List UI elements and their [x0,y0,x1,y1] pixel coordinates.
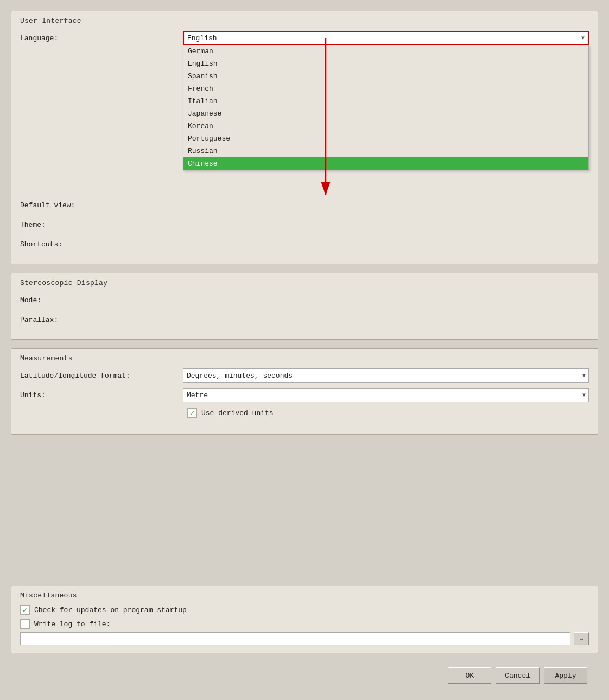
browse-button[interactable]: ⋯ [574,632,589,645]
derived-units-checkbox[interactable]: ✓ [187,408,197,418]
language-control: English ▼ German English Spanish French … [183,31,589,45]
language-option-chinese[interactable]: Chinese [183,157,588,170]
user-interface-section: User Interface Language: English ▼ Germa… [11,11,598,264]
derived-units-row: ✓ Use derived units [20,407,589,422]
write-log-checkbox[interactable] [20,619,30,629]
language-option-korean[interactable]: Korean [183,120,588,132]
language-label: Language: [20,34,183,42]
stereoscopic-section: Stereoscopic Display Mode: Parallax: [11,273,598,340]
language-dropdown-wrapper[interactable]: English ▼ German English Spanish French … [183,31,589,45]
theme-label: Theme: [20,221,183,229]
check-updates-label: Check for updates on program startup [34,606,187,614]
language-option-spanish[interactable]: Spanish [183,70,588,82]
write-log-label: Write log to file: [34,620,110,628]
parallax-row: Parallax: [20,312,589,327]
apply-button[interactable]: Apply [544,667,587,684]
lat-lon-dropdown[interactable]: Degrees, minutes, seconds [183,368,589,383]
language-option-japanese[interactable]: Japanese [183,107,588,120]
measurements-section: Measurements Latitude/longitude format: … [11,348,598,435]
ok-button[interactable]: OK [448,667,491,684]
shortcuts-label: Shortcuts: [20,240,183,249]
language-dropdown-arrow: ▼ [581,35,585,41]
log-file-input[interactable] [20,632,570,645]
lat-lon-row: Latitude/longitude format: Degrees, minu… [20,368,589,383]
lat-lon-control: Degrees, minutes, seconds ▼ [183,368,589,383]
theme-row: Theme: [20,217,589,232]
cancel-button[interactable]: Cancel [496,667,540,684]
bottom-bar: OK Cancel Apply [11,662,598,689]
units-label: Units: [20,391,183,399]
stereoscopic-title: Stereoscopic Display [20,279,589,287]
user-interface-title: User Interface [20,17,589,25]
lat-lon-label: Latitude/longitude format: [20,372,183,380]
miscellaneous-title: Miscellaneous [20,591,589,600]
language-selected-display[interactable]: English ▼ [183,31,589,45]
miscellaneous-section: Miscellaneous ✓ Check for updates on pro… [11,586,598,653]
log-file-path-row: ⋯ [20,632,589,645]
mode-row: Mode: [20,292,589,308]
units-control: Metre ▼ [183,388,589,402]
language-option-french[interactable]: French [183,82,588,95]
derived-units-label: Use derived units [201,409,274,417]
check-updates-row: ✓ Check for updates on program startup [20,605,589,615]
language-option-english[interactable]: English [183,58,588,70]
shortcuts-row: Shortcuts: [20,237,589,252]
derived-units-checkbox-row: ✓ Use derived units [187,408,274,418]
check-updates-checkmark: ✓ [23,606,27,615]
units-row: Units: Metre ▼ [20,387,589,403]
language-option-italian[interactable]: Italian [183,95,588,107]
parallax-label: Parallax: [20,316,183,324]
language-option-german[interactable]: German [183,45,588,58]
default-view-label: Default view: [20,201,183,209]
language-option-russian[interactable]: Russian [183,145,588,157]
measurements-title: Measurements [20,354,589,362]
default-view-row: Default view: [20,198,589,213]
language-row: Language: English ▼ German English Sp [20,30,589,46]
derived-units-checkmark: ✓ [190,409,194,418]
language-dropdown-list[interactable]: German English Spanish French Italian Ja… [183,45,589,170]
units-dropdown[interactable]: Metre [183,388,589,402]
language-option-portuguese[interactable]: Portuguese [183,132,588,145]
browse-icon: ⋯ [580,635,583,642]
mode-label: Mode: [20,296,183,304]
write-log-row: Write log to file: [20,619,589,629]
check-updates-checkbox[interactable]: ✓ [20,605,30,615]
